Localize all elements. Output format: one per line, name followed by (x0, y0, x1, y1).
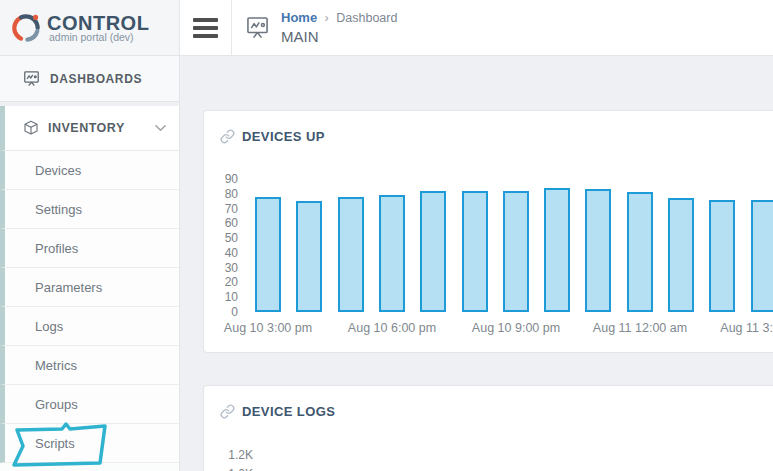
bar (296, 201, 322, 312)
y-tick-label: 1.2K (204, 448, 253, 463)
sidebar-item-settings[interactable]: Settings (0, 190, 179, 229)
sidebar-section-label: DASHBOARDS (50, 72, 142, 86)
chevron-down-icon (155, 124, 166, 132)
y-tick-label: 60 (208, 216, 238, 231)
panel-title: DEVICE LOGS (242, 404, 335, 419)
breadcrumb-current: Dashboard (336, 11, 397, 25)
breadcrumb: Home › Dashboard (281, 10, 397, 26)
bar-chart-plot (255, 179, 773, 312)
sidebar-item-label: Scripts (35, 436, 75, 451)
x-tick-label: Aug 11 12:00 am (593, 321, 687, 335)
y-tick-label: 1.0K (204, 467, 253, 471)
link-icon (220, 129, 235, 144)
app-logo[interactable]: CONTROL admin portal (dev) (0, 0, 180, 55)
top-header: CONTROL admin portal (dev) Home › Dashbo… (0, 0, 773, 56)
y-tick-label: 50 (208, 231, 238, 246)
sidebar-item-label: Groups (35, 397, 78, 412)
sidebar-item-devices[interactable]: Devices (0, 151, 179, 190)
sidebar-item-groups[interactable]: Groups (0, 385, 179, 424)
hamburger-icon (193, 18, 218, 38)
sidebar-group-label: INVENTORY (48, 121, 125, 135)
page-title: MAIN (281, 27, 397, 46)
sidebar-section-dashboards[interactable]: DASHBOARDS (0, 56, 179, 102)
sidebar-item-scripts[interactable]: Scripts (0, 424, 179, 463)
x-tick-label: Aug 10 6:00 pm (348, 321, 436, 335)
breadcrumb-home-link[interactable]: Home (281, 10, 317, 25)
sidebar-group-inventory[interactable]: INVENTORY (0, 106, 179, 151)
panel-title: DEVICES UP (242, 129, 325, 144)
breadcrumb-section: Home › Dashboard MAIN (232, 0, 397, 55)
logo-swirl-icon (9, 11, 43, 45)
bar (627, 192, 653, 312)
logo-subtitle: admin portal (dev) (47, 31, 149, 43)
bar (420, 191, 446, 312)
sidebar-item-label: Logs (35, 319, 63, 334)
x-tick-label: Aug 10 9:00 pm (472, 321, 560, 335)
sidebar-item-label: Profiles (35, 241, 78, 256)
bar (751, 200, 773, 312)
main-content: DEVICES UP 9080706050403020100 Aug 10 3:… (181, 56, 773, 471)
y-tick-label: 20 (208, 275, 238, 290)
bar (585, 189, 611, 312)
sidebar-item-metrics[interactable]: Metrics (0, 346, 179, 385)
y-tick-label: 0 (208, 305, 238, 320)
dashboards-board-icon (22, 69, 41, 88)
bar (379, 195, 405, 312)
bar (255, 197, 281, 312)
y-tick-label: 80 (208, 187, 238, 202)
sidebar-item-parameters[interactable]: Parameters (0, 268, 179, 307)
bar (544, 188, 570, 312)
x-tick-label: Aug 10 3:00 pm (224, 321, 312, 335)
dashboard-board-icon (244, 14, 271, 41)
sidebar-item-label: Devices (35, 163, 81, 178)
y-tick-label: 90 (208, 172, 238, 187)
sidebar-toggle-button[interactable] (180, 0, 232, 55)
x-tick-label: Aug 11 3:00 am (720, 321, 773, 335)
y-tick-label: 30 (208, 261, 238, 276)
y-tick-label: 70 (208, 202, 238, 217)
bar (338, 197, 364, 312)
bar (709, 200, 735, 312)
bar (503, 191, 529, 312)
sidebar: DASHBOARDS INVENTORY Devices Settings Pr… (0, 56, 180, 471)
bar (462, 191, 488, 312)
sidebar-item-label: Settings (35, 202, 82, 217)
devices-up-panel: DEVICES UP 9080706050403020100 Aug 10 3:… (203, 110, 773, 353)
y-tick-label: 40 (208, 246, 238, 261)
breadcrumb-separator: › (325, 11, 329, 25)
sidebar-item-profiles[interactable]: Profiles (0, 229, 179, 268)
bar (668, 198, 694, 312)
sidebar-item-label: Metrics (35, 358, 77, 373)
device-logs-panel: DEVICE LOGS 1.2K1.0K (203, 385, 773, 471)
link-icon (220, 404, 235, 419)
sidebar-item-label: Parameters (35, 280, 102, 295)
inventory-box-icon (22, 119, 40, 137)
sidebar-item-logs[interactable]: Logs (0, 307, 179, 346)
y-tick-label: 10 (208, 290, 238, 305)
